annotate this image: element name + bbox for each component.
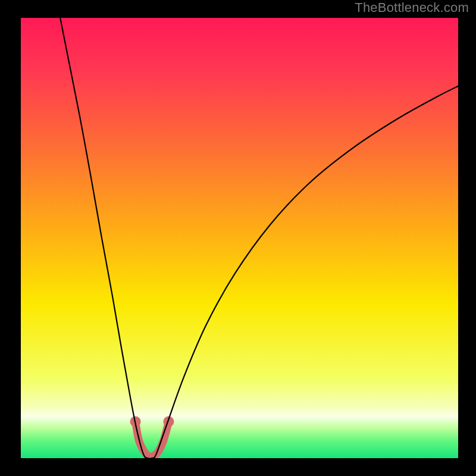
- gradient-background: [21, 18, 458, 458]
- bottleneck-chart: [0, 0, 476, 476]
- watermark-text: TheBottleneck.com: [355, 0, 469, 15]
